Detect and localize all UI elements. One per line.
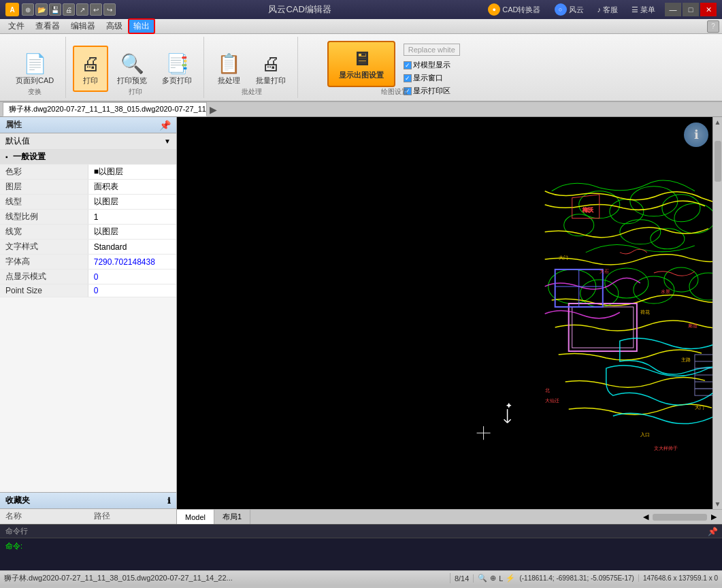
show-window-checkbox[interactable]: ✓ 显示窗口 [404, 73, 460, 83]
maximize-button[interactable]: □ [683, 3, 699, 16]
general-settings-label: 一般设置 [13, 152, 46, 161]
status-search-icon[interactable]: 🔍 [478, 574, 487, 583]
undo-icon[interactable]: ↩ [90, 3, 102, 16]
display-output-settings-button[interactable]: 🖥 显示出图设置 [327, 41, 395, 87]
prop-name-layer: 图层 [0, 180, 88, 195]
menu-bar: 文件 查看器 编辑器 高级 输出 ? [0, 19, 722, 34]
svg-text:北: 北 [545, 388, 550, 393]
tab-scroll-right[interactable]: ▶ [207, 103, 220, 116]
status-zoom-icon[interactable]: ⊕ [490, 574, 496, 583]
tab-model[interactable]: Model [177, 510, 214, 524]
svg-text:梅沃: 梅沃 [582, 207, 593, 213]
bookmarks-pin-icon[interactable]: ℹ [167, 496, 171, 506]
prop-name-linetype-scale: 线型比例 [0, 210, 88, 225]
active-tab-label: 狮子林.dwg2020-07-27_11_11_38_015.dwg2020-0… [9, 104, 207, 114]
properties-pin-icon[interactable]: 📌 [159, 120, 171, 131]
batch-print-button[interactable]: 🖨 批量打印 [250, 46, 292, 92]
svg-point-3 [662, 195, 700, 222]
properties-table: ▪ 一般设置 色彩 ■以图层 图层 面积表 线型 以图层 [0, 150, 176, 297]
prop-name-color: 色彩 [0, 165, 88, 180]
cad-canvas[interactable]: 梅沃 大门 [177, 117, 722, 524]
svg-text:大门: 大门 [695, 405, 704, 410]
prop-value-fontheight: 7290.702148438 [88, 255, 176, 270]
status-page: 8/14 [455, 574, 474, 583]
close-button[interactable]: ✕ [700, 3, 717, 16]
active-tab[interactable]: 狮子林.dwg2020-07-27_11_11_38_015.dwg2020-0… [3, 102, 207, 116]
vertical-scrollbar[interactable]: ▲ ▼ [712, 117, 722, 509]
svg-point-6 [651, 229, 685, 249]
menu-editor[interactable]: 编辑器 [65, 19, 101, 33]
print-icon: 🖨 [81, 52, 100, 75]
cad-drawing: 梅沃 大门 [177, 117, 722, 524]
minimize-button[interactable]: — [665, 3, 681, 16]
prop-value-linewidth: 以图层 [88, 225, 176, 240]
nav-support[interactable]: ♪ 客服 [593, 3, 623, 16]
replace-white-button[interactable]: Replace white [404, 44, 460, 56]
svg-point-12 [664, 267, 698, 292]
svg-point-4 [564, 214, 594, 236]
default-value-header[interactable]: 默认值 ▼ [0, 133, 176, 150]
prop-row-linewidth: 线宽 以图层 [0, 225, 176, 240]
print-button[interactable]: 🖨 打印 [73, 46, 108, 92]
nav-cad-converter-label: CAD转换器 [502, 5, 540, 15]
properties-panel-header: 属性 📌 [0, 117, 176, 133]
help-icon[interactable]: ? [707, 20, 719, 33]
menu-file[interactable]: 文件 [3, 19, 30, 33]
nav-support-label: 客服 [603, 5, 618, 15]
svg-rect-14 [569, 304, 637, 351]
prop-value-layer: 面积表 [88, 180, 176, 195]
h-scroll-bar[interactable] [653, 514, 707, 521]
svg-text:大仙迁: 大仙迁 [545, 398, 559, 404]
toolbar-quick-icons: ⊕ 📂 💾 🖨 ↗ ↩ ↪ [22, 3, 116, 16]
redo-icon[interactable]: ↪ [103, 3, 116, 16]
main-area: 属性 📌 默认值 ▼ ▪ 一般设置 色彩 ■以图层 [0, 117, 722, 524]
prop-name-fontheight: 字体高 [0, 255, 88, 270]
open-icon[interactable]: 📂 [35, 3, 48, 16]
prop-name-linetype: 线型 [0, 195, 88, 210]
status-flash-icon[interactable]: ⚡ [506, 574, 515, 583]
status-level-icon[interactable]: L [499, 574, 503, 583]
prop-value-textstyle: Standard [88, 240, 176, 255]
tab-layout1[interactable]: 布局1 [214, 510, 250, 524]
ribbon-group-convert: 📄 页面到CAD 变换 [4, 37, 66, 98]
right-settings: Replace white ✓ 对模型显示 ✓ 显示窗口 ✓ 显示打印区 [401, 41, 463, 99]
prop-row-textstyle: 文字样式 Standard [0, 240, 176, 255]
bookmarks-title: 收藏夹 [5, 495, 30, 506]
svg-point-1 [610, 199, 644, 224]
scroll-up-arrow[interactable]: ▲ [713, 117, 722, 127]
title-bar-left: A ⊕ 📂 💾 🖨 ↗ ↩ ↪ [5, 3, 116, 16]
save-icon[interactable]: 💾 [49, 3, 61, 16]
prop-value-pointmode: 0 [88, 270, 176, 284]
ribbon-group-print-label: 打印 [129, 87, 142, 97]
menu-output[interactable]: 输出 [128, 18, 155, 34]
print-icon[interactable]: 🖨 [63, 3, 75, 16]
export-icon[interactable]: ↗ [76, 3, 88, 16]
model-display-checkbox[interactable]: ✓ 对模型显示 [404, 60, 460, 70]
multi-page-print-button[interactable]: 📑 多页打印 [156, 46, 198, 92]
menu-right-icons: ? [707, 20, 719, 33]
command-pin-icon[interactable]: 📌 [708, 527, 718, 536]
canvas-info-button[interactable]: ℹ [684, 122, 708, 147]
h-scroll-right[interactable]: ▶ [708, 512, 719, 521]
show-print-area-checkbox[interactable]: ✓ 显示打印区 [404, 86, 460, 96]
menu-advanced[interactable]: 高级 [101, 19, 128, 33]
print-label: 打印 [83, 76, 98, 85]
ribbon-group-batch: 📋 批处理 🖨 批量打印 批处理 [206, 37, 298, 98]
print-preview-button[interactable]: 🔍 打印预览 [111, 46, 153, 92]
new-icon[interactable]: ⊕ [22, 3, 34, 16]
canvas-info-icon: ℹ [694, 127, 699, 142]
nav-cad-converter[interactable]: ● CAD转换器 [484, 2, 544, 17]
menu-viewer[interactable]: 查看器 [30, 19, 65, 33]
nav-cloud[interactable]: ○ 风云 [551, 2, 588, 17]
nav-menu[interactable]: ☰ 菜单 [627, 3, 659, 16]
scroll-down-arrow[interactable]: ▼ [713, 499, 722, 509]
bookmark-col-name: 名称 [0, 509, 88, 524]
svg-point-2 [630, 186, 678, 216]
h-scroll-left[interactable]: ◀ [640, 512, 651, 521]
command-prompt: 命令: [5, 541, 22, 551]
page-to-cad-button[interactable]: 📄 页面到CAD [10, 46, 60, 92]
scroll-thumb[interactable] [715, 141, 721, 182]
batch-process-button[interactable]: 📋 批处理 [211, 46, 247, 92]
command-input[interactable] [25, 541, 717, 550]
prop-name-textstyle: 文字样式 [0, 240, 88, 255]
